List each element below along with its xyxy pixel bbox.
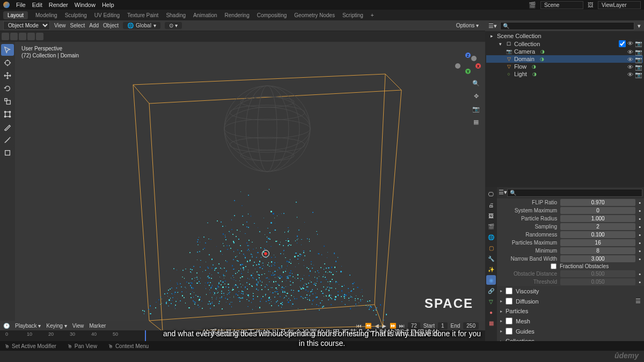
- eye-icon[interactable]: 👁: [627, 64, 633, 70]
- prop-tab-particles[interactable]: ✨: [486, 264, 496, 274]
- timeline-view[interactable]: View: [72, 323, 84, 329]
- tool-measure[interactable]: [1, 134, 14, 146]
- prop-tab-data[interactable]: ▽: [486, 297, 496, 306]
- prop-tab-physics[interactable]: ◉: [486, 275, 496, 285]
- prop-tab-output[interactable]: 🖨: [486, 200, 496, 210]
- view-layer-field[interactable]: [598, 1, 641, 9]
- randomness-field[interactable]: 0.100: [560, 231, 635, 238]
- eye-icon[interactable]: 👁: [627, 56, 633, 62]
- tab-texture-paint[interactable]: Texture Paint: [127, 12, 158, 18]
- render-icon[interactable]: 📷: [635, 64, 641, 70]
- outliner-item-light[interactable]: ○Light◑👁📷: [486, 70, 643, 78]
- play-fwd-icon[interactable]: ▶: [382, 323, 386, 329]
- start-frame-field[interactable]: 1: [438, 322, 448, 329]
- prop-tab-object[interactable]: ▢: [486, 243, 496, 253]
- tool-annotate[interactable]: [1, 121, 14, 133]
- viscosity-panel[interactable]: ▸Viscosity: [497, 286, 644, 296]
- tool-scale[interactable]: [1, 95, 14, 107]
- play-rev-icon[interactable]: ◀: [375, 323, 379, 329]
- outliner-item-domain[interactable]: ▽Domain◑👁📷: [486, 55, 643, 63]
- select-mode-2[interactable]: [10, 33, 18, 40]
- tool-move[interactable]: [1, 70, 14, 82]
- timeline-keying[interactable]: Keying ▾: [46, 323, 67, 329]
- render-icon[interactable]: 📷: [635, 56, 641, 62]
- mode-dropdown[interactable]: Object Mode: [3, 21, 50, 30]
- eye-icon[interactable]: 👁: [627, 49, 633, 55]
- end-frame-field[interactable]: 250: [463, 322, 479, 329]
- eye-icon[interactable]: 👁: [627, 71, 633, 77]
- select-mode-1[interactable]: [2, 33, 9, 40]
- render-icon[interactable]: 📷: [635, 40, 641, 46]
- tab-layout[interactable]: Layout: [3, 11, 28, 19]
- playhead[interactable]: [145, 330, 146, 341]
- menu-render[interactable]: Render: [49, 2, 68, 8]
- prop-tab-world[interactable]: 🌐: [486, 232, 496, 242]
- current-frame-field[interactable]: 72: [408, 322, 420, 329]
- snap-dropdown[interactable]: ⊙ ▾: [165, 22, 182, 29]
- tab-geometry-nodes[interactable]: Geometry Nodes: [294, 12, 335, 18]
- move-view-icon[interactable]: ✥: [471, 91, 481, 101]
- tool-add-cube[interactable]: [1, 147, 14, 159]
- options-dropdown[interactable]: Options ▾: [453, 22, 482, 29]
- collections-panel[interactable]: ▸Collections: [497, 336, 644, 341]
- menu-window[interactable]: Window: [75, 2, 96, 8]
- tab-modeling[interactable]: Modeling: [35, 12, 57, 18]
- tool-cursor[interactable]: [1, 57, 14, 69]
- render-icon[interactable]: 📷: [635, 49, 641, 55]
- perspective-icon[interactable]: ▦: [471, 117, 481, 127]
- flip-ratio-field[interactable]: 0.970: [560, 199, 635, 206]
- header-object[interactable]: Object: [103, 23, 119, 28]
- tool-transform[interactable]: [1, 108, 14, 120]
- orientation-dropdown[interactable]: 🌐Global▾: [123, 22, 160, 29]
- 3d-viewport[interactable]: User Perspective (72) Collection | Domai…: [15, 42, 485, 321]
- sampling-field[interactable]: 2: [560, 223, 635, 230]
- fractional-obstacles-checkbox[interactable]: [551, 263, 557, 269]
- eye-icon[interactable]: 👁: [627, 40, 633, 46]
- tab-shading[interactable]: Shading: [166, 12, 186, 18]
- viscosity-checkbox[interactable]: [506, 287, 513, 294]
- prop-tab-texture[interactable]: ▦: [486, 318, 496, 328]
- prop-tab-view[interactable]: 🖼: [486, 211, 496, 220]
- select-mode-5[interactable]: [36, 33, 43, 40]
- outliner-item-camera[interactable]: 📷Camera◑👁📷: [486, 48, 643, 55]
- scene-name-field[interactable]: [540, 1, 583, 9]
- collection-row[interactable]: ▾ ☐ Collection 👁 📷: [486, 40, 643, 48]
- header-view[interactable]: View: [54, 23, 66, 28]
- prop-tab-constraints[interactable]: 🔗: [486, 286, 496, 295]
- sys-max-field[interactable]: 0: [560, 207, 635, 214]
- tab-animation[interactable]: Animation: [193, 12, 217, 18]
- render-icon[interactable]: 📷: [635, 71, 641, 77]
- scene-collection-row[interactable]: ▸ Scene Collection: [486, 32, 643, 40]
- properties-search[interactable]: [507, 189, 642, 197]
- timeline-marker[interactable]: Marker: [89, 323, 106, 329]
- narrow-band-field[interactable]: 3.000: [560, 255, 635, 262]
- timeline-icon[interactable]: 🕐: [3, 323, 10, 329]
- guides-checkbox[interactable]: [506, 328, 513, 335]
- play-rev-end-icon[interactable]: ⏮: [356, 323, 362, 329]
- menu-help[interactable]: Help: [102, 2, 114, 8]
- select-mode-4[interactable]: [27, 33, 35, 40]
- diffusion-panel[interactable]: ▸Diffusion☰: [497, 296, 644, 306]
- outliner-item-flow[interactable]: ▽Flow◑👁📷: [486, 63, 643, 70]
- tab-compositing[interactable]: Compositing: [257, 12, 287, 18]
- timeline-playback[interactable]: Playback ▾: [15, 323, 41, 329]
- collection-toggle[interactable]: [619, 40, 626, 47]
- header-add[interactable]: Add: [89, 23, 99, 28]
- tab-add[interactable]: +: [371, 12, 374, 18]
- prop-tab-modifiers[interactable]: 🔧: [486, 254, 496, 263]
- particle-radius-field[interactable]: 1.000: [560, 215, 635, 222]
- play-rev-key-icon[interactable]: ⏪: [365, 323, 371, 329]
- outliner-search[interactable]: [500, 22, 634, 30]
- nav-gizmo[interactable]: Y X Z: [455, 48, 481, 74]
- outliner-filter-icon[interactable]: ▾: [638, 23, 641, 29]
- menu-file[interactable]: File: [16, 2, 26, 8]
- diffusion-checkbox[interactable]: [506, 298, 513, 305]
- menu-edit[interactable]: Edit: [32, 2, 42, 8]
- header-select[interactable]: Select: [70, 23, 85, 28]
- particles-max-field[interactable]: 16: [560, 239, 635, 246]
- list-icon[interactable]: ☰: [635, 298, 641, 305]
- select-mode-3[interactable]: [19, 33, 26, 40]
- play-fwd-key-icon[interactable]: ⏩: [390, 323, 396, 329]
- timeline-ruler[interactable]: 01020304050: [0, 330, 485, 341]
- tab-rendering[interactable]: Rendering: [225, 12, 250, 18]
